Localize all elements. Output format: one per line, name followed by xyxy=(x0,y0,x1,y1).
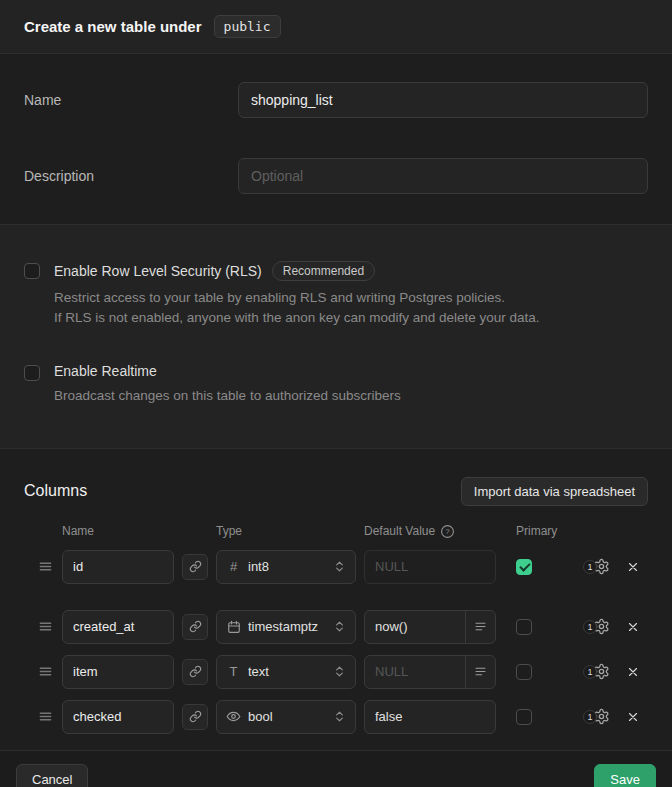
default-suggestions-button[interactable] xyxy=(465,656,495,688)
column-header-default: Default Value xyxy=(364,524,435,538)
primary-cell xyxy=(504,559,548,575)
columns-table-header: Name Type Default Value ? Primary xyxy=(0,524,672,539)
primary-cell xyxy=(504,709,548,725)
help-icon[interactable]: ? xyxy=(440,524,455,539)
recommended-badge: Recommended xyxy=(272,261,375,281)
column-name-input[interactable] xyxy=(62,550,174,584)
column-type-select[interactable]: # T timestamptz xyxy=(216,610,356,644)
realtime-option-body: Enable Realtime Broadcast changes on thi… xyxy=(54,363,401,406)
chevron-updown-icon xyxy=(333,710,346,723)
column-default-input[interactable] xyxy=(365,611,465,643)
link-icon xyxy=(189,620,202,633)
column-default-field xyxy=(364,700,496,734)
realtime-option: Enable Realtime Broadcast changes on thi… xyxy=(24,363,648,406)
primary-checkbox[interactable] xyxy=(516,664,532,680)
column-default-field xyxy=(364,550,496,584)
column-type-label: int8 xyxy=(248,559,326,574)
column-type-select[interactable]: # T text xyxy=(216,655,356,689)
column-type-select[interactable]: # T int8 xyxy=(216,550,356,584)
remove-column-button[interactable] xyxy=(624,618,642,636)
foreign-key-button[interactable] xyxy=(182,554,208,580)
dialog-header: Create a new table under public xyxy=(0,0,672,54)
chevron-updown-icon xyxy=(333,620,346,633)
remove-column-button[interactable] xyxy=(624,663,642,681)
chevron-updown-icon xyxy=(333,665,346,678)
name-row: Name xyxy=(24,82,648,118)
table-description-input[interactable] xyxy=(238,158,648,194)
link-icon xyxy=(189,560,202,573)
column-name-input[interactable] xyxy=(62,655,174,689)
column-default-field xyxy=(364,655,496,689)
column-default-input[interactable] xyxy=(365,551,495,583)
row-actions: 1 xyxy=(556,618,648,636)
rls-label: Enable Row Level Security (RLS) xyxy=(54,263,262,279)
column-settings-button[interactable]: 1 xyxy=(593,663,610,680)
remove-column-button[interactable] xyxy=(624,708,642,726)
column-settings-button[interactable]: 1 xyxy=(593,618,610,635)
columns-title: Columns xyxy=(24,482,87,500)
table-info-section: Name Description xyxy=(0,54,672,225)
calendar-icon xyxy=(226,620,241,634)
settings-count-badge: 1 xyxy=(583,620,597,634)
column-row: # T bool 1 xyxy=(0,700,672,734)
list-icon xyxy=(474,620,487,633)
column-default-input[interactable] xyxy=(365,701,495,733)
chevron-updown-icon xyxy=(333,560,346,573)
row-actions: 1 xyxy=(556,663,648,681)
eye-icon xyxy=(226,709,241,724)
drag-handle-icon[interactable] xyxy=(38,709,54,724)
rls-description: Restrict access to your table by enablin… xyxy=(54,288,540,308)
list-icon xyxy=(474,665,487,678)
hash-icon: # xyxy=(226,559,241,574)
description-row: Description xyxy=(24,158,648,194)
column-type-select[interactable]: # T bool xyxy=(216,700,356,734)
rls-option-body: Enable Row Level Security (RLS) Recommen… xyxy=(54,261,540,329)
foreign-key-button[interactable] xyxy=(182,614,208,640)
primary-cell xyxy=(504,664,548,680)
import-spreadsheet-button[interactable]: Import data via spreadsheet xyxy=(461,477,648,506)
link-icon xyxy=(189,710,202,723)
rls-option: Enable Row Level Security (RLS) Recommen… xyxy=(24,261,648,329)
realtime-checkbox[interactable] xyxy=(24,365,40,381)
column-settings-button[interactable]: 1 xyxy=(593,708,610,725)
settings-count-badge: 1 xyxy=(583,710,597,724)
save-button[interactable]: Save xyxy=(594,764,656,787)
cancel-button[interactable]: Cancel xyxy=(16,764,88,787)
link-icon xyxy=(189,665,202,678)
table-name-input[interactable] xyxy=(238,82,648,118)
drag-handle-icon[interactable] xyxy=(38,664,54,679)
foreign-key-button[interactable] xyxy=(182,704,208,730)
column-header-primary: Primary xyxy=(504,524,548,538)
column-name-input[interactable] xyxy=(62,700,174,734)
primary-checkbox[interactable] xyxy=(516,619,532,635)
column-row: # T text 1 xyxy=(0,655,672,689)
foreign-key-button[interactable] xyxy=(182,659,208,685)
column-settings-button[interactable]: 1 xyxy=(593,558,610,575)
remove-column-button[interactable] xyxy=(624,558,642,576)
primary-checkbox[interactable] xyxy=(516,559,532,575)
drag-handle-icon[interactable] xyxy=(38,619,54,634)
rls-checkbox[interactable] xyxy=(24,263,40,279)
column-type-label: text xyxy=(248,664,326,679)
column-default-input[interactable] xyxy=(365,656,465,688)
dialog-footer: Cancel Save xyxy=(0,750,672,787)
default-suggestions-button[interactable] xyxy=(465,611,495,643)
column-default-field xyxy=(364,610,496,644)
name-label: Name xyxy=(24,92,238,108)
settings-count-badge: 1 xyxy=(583,665,597,679)
primary-checkbox[interactable] xyxy=(516,709,532,725)
drag-handle-icon[interactable] xyxy=(38,559,54,574)
table-options-section: Enable Row Level Security (RLS) Recommen… xyxy=(0,225,672,449)
columns-section: Columns Import data via spreadsheet Name… xyxy=(0,449,672,750)
settings-count-badge: 1 xyxy=(583,560,597,574)
column-row: # T int8 1 xyxy=(0,550,672,584)
row-actions: 1 xyxy=(556,708,648,726)
rls-warning: If RLS is not enabled, anyone with the a… xyxy=(54,308,540,328)
column-name-input[interactable] xyxy=(62,610,174,644)
column-header-name: Name xyxy=(62,524,174,538)
row-actions: 1 xyxy=(556,558,648,576)
schema-badge: public xyxy=(214,15,281,38)
column-header-type: Type xyxy=(216,524,356,538)
text-type-icon: T xyxy=(226,664,241,679)
columns-rows: # T int8 1 xyxy=(0,550,672,734)
